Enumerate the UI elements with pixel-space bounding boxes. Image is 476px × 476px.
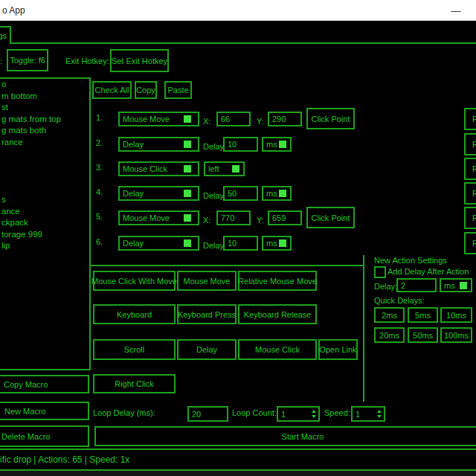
y-value: 290 [272, 115, 286, 123]
macro-list-item[interactable] [0, 160, 89, 172]
add-mouse-move-button[interactable]: Mouse Move [177, 271, 237, 291]
macro-list-item[interactable]: m bottom [0, 91, 89, 103]
click-point-button[interactable]: Click Point [306, 207, 355, 228]
macro-list-item[interactable]: torage 999 [0, 229, 89, 241]
check-all-button[interactable]: Check All [92, 81, 132, 99]
macro-list-item[interactable]: g mats from top [0, 114, 89, 126]
mouse-button-value: left [208, 164, 219, 173]
add-relative-mouse-move-button[interactable]: Relative Mouse Move [238, 271, 317, 291]
spinner-up-icon[interactable] [312, 410, 316, 413]
x-input[interactable]: 66 [216, 112, 251, 126]
macro-list-item[interactable] [0, 148, 89, 160]
action-type-value: Mouse Move [123, 213, 170, 222]
speed-value: 1 [356, 410, 360, 419]
add-keyboard-button[interactable]: Keyboard [93, 304, 176, 324]
delay-unit-dropdown[interactable]: ms [262, 236, 292, 251]
quick-delay-50ms-button[interactable]: 50ms [408, 327, 438, 343]
remove-action-button[interactable]: R [464, 133, 476, 155]
dropdown-square-icon[interactable] [460, 282, 467, 289]
quick-delay-20ms-button[interactable]: 20ms [374, 327, 405, 343]
add-right-click-button[interactable]: Right Click [93, 374, 176, 393]
macro-list-item[interactable]: g mats both [0, 125, 89, 137]
delay-unit-dropdown[interactable]: ms [262, 137, 292, 152]
dropdown-square-icon[interactable] [279, 190, 286, 197]
loop-delay-input[interactable]: 20 [187, 406, 228, 422]
add-delay-after-action-checkbox[interactable] [374, 266, 386, 278]
dropdown-square-icon[interactable] [279, 239, 286, 247]
dropdown-square-icon[interactable] [184, 239, 191, 247]
add-keyboard-release-button[interactable]: Keyboard Release [238, 304, 317, 324]
tab-settings-label: gs [0, 31, 7, 40]
dropdown-square-icon[interactable] [184, 190, 191, 197]
y-input[interactable]: 290 [268, 112, 302, 126]
spinner-up-icon[interactable] [377, 410, 382, 413]
macro-list-item[interactable]: ckpack [0, 217, 89, 229]
paste-actions-button[interactable]: Paste [164, 81, 192, 99]
remove-action-button[interactable]: R [464, 207, 476, 229]
action-type-dropdown[interactable]: Mouse Move [118, 112, 199, 126]
dropdown-square-icon[interactable] [184, 214, 191, 222]
macro-list[interactable]: o m bottom st g mats from top g mats bot… [0, 77, 91, 370]
mouse-button-dropdown[interactable]: left [204, 161, 245, 176]
y-input[interactable]: 659 [268, 210, 302, 225]
dropdown-square-icon[interactable] [232, 165, 239, 173]
new-macro-button[interactable]: New Macro [0, 402, 89, 420]
action-type-dropdown[interactable]: Delay [118, 186, 199, 201]
delay-value: 50 [228, 189, 237, 198]
action-type-dropdown[interactable]: Mouse Click [118, 161, 199, 176]
loop-delay-value: 20 [192, 410, 201, 419]
speed-spinner[interactable]: 1 [351, 406, 385, 422]
quick-delay-10ms-button[interactable]: 10ms [440, 307, 472, 323]
add-mouse-click-with-move-button[interactable]: Mouse Click With Move [93, 271, 176, 291]
remove-action-button[interactable]: R [464, 232, 476, 254]
delay-unit-dropdown[interactable]: ms [262, 186, 292, 201]
delay-input[interactable]: 10 [223, 236, 258, 251]
action-type-dropdown[interactable]: Mouse Move [118, 210, 199, 225]
dropdown-square-icon[interactable] [279, 141, 286, 148]
tab-settings[interactable]: gs [0, 26, 11, 44]
add-keyboard-press-button[interactable]: Keyboard Press [177, 304, 237, 324]
quick-delay-5ms-button[interactable]: 5ms [408, 307, 438, 323]
x-input[interactable]: 770 [216, 210, 251, 225]
set-exit-hotkey-button[interactable]: Set Exit Hotkey [110, 49, 169, 72]
macro-list-item[interactable]: o [0, 79, 89, 91]
quick-delay-label: 5ms [415, 311, 431, 320]
macro-list-item[interactable] [0, 183, 89, 195]
delay-input[interactable]: 50 [223, 186, 258, 201]
nas-delay-unit-dropdown[interactable]: ms [440, 278, 472, 292]
remove-action-button[interactable]: R [464, 108, 476, 130]
macro-list-item[interactable]: s [0, 194, 89, 206]
add-open-link-button[interactable]: Open Link [318, 339, 358, 360]
macro-list-item[interactable]: st [0, 102, 89, 114]
toggle-hotkey-button[interactable]: Toggle: f6 [7, 49, 48, 71]
delay-input[interactable]: 10 [223, 137, 258, 152]
dropdown-square-icon[interactable] [184, 165, 191, 173]
click-point-button[interactable]: Click Point [306, 108, 355, 129]
paste-actions-label: Paste [167, 86, 188, 94]
macro-list-item[interactable]: ance [0, 206, 89, 218]
macro-list-item[interactable] [0, 171, 89, 183]
quick-delay-100ms-button[interactable]: 100ms [440, 327, 472, 343]
quick-delay-2ms-button[interactable]: 2ms [374, 307, 405, 323]
macro-list-item[interactable]: rance [0, 137, 89, 149]
minimize-button[interactable]: — [445, 0, 467, 21]
start-macro-button[interactable]: Start Macro [94, 426, 476, 446]
dropdown-square-icon[interactable] [184, 141, 191, 148]
action-type-dropdown[interactable]: Delay [118, 236, 199, 251]
dropdown-square-icon[interactable] [184, 115, 191, 123]
delete-macro-button[interactable]: Delete Macro [0, 425, 89, 447]
spinner-down-icon[interactable] [312, 415, 316, 418]
macro-list-item[interactable]: lip [0, 240, 89, 252]
loop-count-spinner[interactable]: 1 [277, 406, 320, 422]
nas-delay-input[interactable]: 2 [396, 278, 437, 292]
copy-macro-button[interactable]: Copy Macro [0, 375, 89, 393]
action-type-dropdown[interactable]: Delay [118, 137, 199, 152]
add-delay-button[interactable]: Delay [177, 339, 237, 360]
add-scroll-button[interactable]: Scroll [93, 339, 176, 360]
y-value: 659 [272, 213, 286, 222]
add-mouse-click-button[interactable]: Mouse Click [238, 339, 317, 360]
copy-actions-button[interactable]: Copy [135, 81, 157, 99]
remove-action-button[interactable]: R [464, 182, 476, 205]
remove-action-button[interactable]: R [464, 158, 476, 180]
spinner-down-icon[interactable] [377, 415, 382, 418]
